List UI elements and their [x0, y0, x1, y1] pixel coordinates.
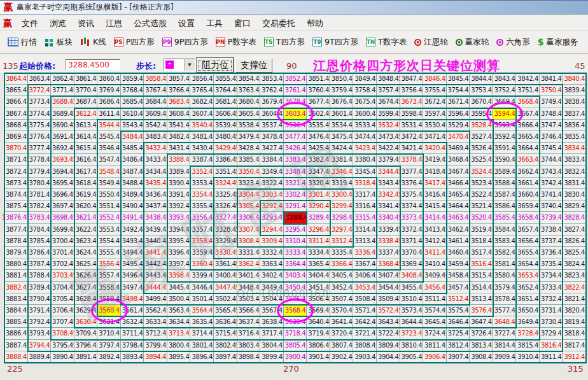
gann-cell: 3807.45	[330, 340, 354, 351]
gann-cell: 3819.45	[563, 316, 586, 328]
gann-cell: 3354.45	[190, 189, 214, 201]
gann-cell: 3556.45	[97, 258, 121, 270]
gann-cell: 3622.45	[74, 224, 98, 236]
gann-cell: 3648.45	[493, 316, 517, 328]
gann-cell: 3531.45	[400, 120, 424, 131]
gann-cell: 3673.45	[400, 96, 424, 108]
gann-cell: 3640.45	[307, 316, 330, 328]
gann-cell: 3537.45	[260, 120, 284, 131]
gann-cell: 3384.45	[260, 154, 284, 165]
gann-cell: 3847.45	[400, 73, 424, 85]
gann-cell: 3755.45	[423, 85, 447, 96]
gann-cell: 3881.45	[4, 270, 28, 281]
gann-cell: 3653.45	[516, 270, 540, 281]
gann-cell: 3846.45	[423, 73, 447, 85]
gann-cell: 3539.45	[214, 120, 237, 131]
gann-cell: 3511.45	[423, 293, 447, 305]
gann-cell: 3694.45	[51, 166, 74, 178]
gann-cell: 3444.45	[144, 282, 167, 293]
gann-cell: 3523.45	[470, 178, 493, 189]
gann-cell: 3364.45	[284, 258, 307, 270]
gann-cell: 3833.45	[563, 154, 586, 165]
gann-cell: 3509.45	[377, 293, 400, 305]
gann-cell: 3780.45	[28, 178, 52, 189]
gann-cell: 3332.45	[260, 247, 284, 258]
gann-cell: 3804.45	[260, 340, 284, 351]
gann-cell: 3625.45	[74, 258, 98, 270]
gann-cell: 3636.45	[214, 316, 237, 328]
gann-cell: 3527.45	[470, 131, 493, 143]
gann-cell: 3491.45	[121, 212, 144, 223]
gann-cell: 3344.45	[377, 166, 400, 178]
gann-cell: 3874.45	[4, 189, 28, 201]
gann-cell: 3774.45	[28, 108, 52, 120]
gann-cell: 3751.45	[516, 85, 540, 96]
gann-cell: 3552.45	[97, 212, 121, 223]
gann-cell: 3708.45	[51, 328, 74, 339]
gann-cell: 3839.45	[563, 85, 586, 96]
gann-cell: 3698.45	[51, 212, 74, 223]
gann-cell: 3860.45	[97, 73, 121, 85]
gann-cell: 3378.45	[400, 154, 424, 165]
gann-cell: 3736.45	[540, 247, 563, 258]
gann-cell: 3680.45	[237, 96, 261, 108]
gann-cell: 3816.45	[540, 340, 563, 351]
gann-cell: 3726.45	[470, 328, 493, 339]
gann-cell: 3741.45	[540, 189, 563, 201]
gann-cell: 3426.45	[284, 143, 307, 154]
gann-cell: 3782.45	[28, 201, 52, 212]
gann-cell: 3369.45	[400, 258, 424, 270]
gann-cell: 3295.45	[284, 224, 307, 236]
gann-cell: 3817.45	[563, 340, 586, 351]
gann-cell: 3530.45	[423, 120, 447, 131]
gann-cell: 3911.45	[540, 351, 563, 363]
gann-cell: 3494.45	[121, 247, 144, 258]
gann-cell: 3596.45	[447, 108, 470, 120]
gann-cell: 3554.45	[97, 236, 121, 247]
gann-cell: 3377.45	[400, 166, 424, 178]
gann-cell: 3672.45	[423, 96, 447, 108]
gann-cell: 3441.45	[144, 247, 167, 258]
gann-cell: 3309.45	[260, 236, 284, 247]
gann-cell: 3522.45	[470, 189, 493, 201]
gann-cell: 3497.45	[121, 282, 144, 293]
gann-cell: 3325.45	[214, 189, 237, 201]
gann-cell: 3729.45	[540, 328, 563, 339]
gann-cell: 3485.45	[121, 143, 144, 154]
gann-cell: 3399.45	[190, 270, 214, 281]
gann-cell: 3299.45	[330, 201, 354, 212]
gann-cell: 3502.45	[214, 293, 237, 305]
gann-cell: 3457.45	[447, 282, 470, 293]
gann-cell: 3412.45	[423, 236, 447, 247]
gann-cell: 3684.45	[144, 96, 167, 108]
gann-cell: 3333.45	[284, 247, 307, 258]
gann-cell: 3291.45	[284, 201, 307, 212]
gann-cell: 3803.45	[237, 340, 261, 351]
gann-cell: 3446.45	[190, 282, 214, 293]
gann-cell: 3621.45	[74, 212, 98, 223]
gann-cell: 3763.45	[237, 85, 261, 96]
gann-cell: 3799.45	[144, 340, 167, 351]
gann-cell: 3305.45	[237, 201, 261, 212]
gann-cell: 3543.45	[121, 120, 144, 131]
gann-cell: 3717.45	[260, 328, 284, 339]
gann-cell: 3334.45	[307, 247, 330, 258]
gann-cell: 3380.45	[353, 154, 377, 165]
gann-cell: 3559.45	[97, 293, 121, 305]
gann-cell: 3649.45	[516, 316, 540, 328]
gann-cell: 3393.45	[167, 212, 191, 223]
gann-cell: 3331.45	[237, 247, 261, 258]
gann-cell: 3758.45	[353, 85, 377, 96]
gann-cell: 3367.45	[353, 258, 377, 270]
gann-cell: 3353.45	[190, 178, 214, 189]
gann-cell: 3887.45	[4, 340, 28, 351]
gann-cell: 3307.45	[237, 224, 261, 236]
gann-cell: 3853.45	[260, 73, 284, 85]
gann-cell: 3664.45	[516, 143, 540, 154]
gann-cell: 3472.45	[400, 131, 424, 143]
gann-cell: 3541.45	[167, 120, 191, 131]
gann-cell: 3462.45	[447, 224, 470, 236]
gann-cell: 3487.45	[121, 166, 144, 178]
gann-cell: 3329.45	[214, 236, 237, 247]
gann-cell: 3791.45	[28, 305, 52, 316]
